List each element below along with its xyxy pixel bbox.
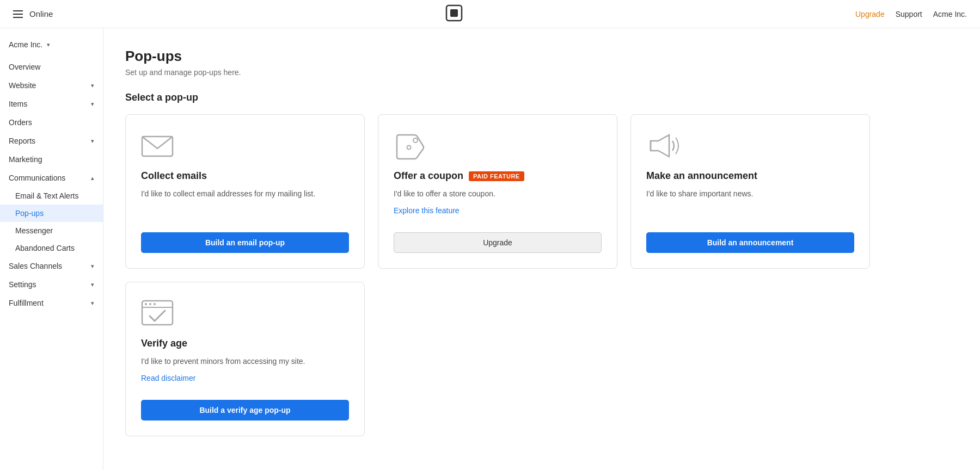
sidebar-item-items[interactable]: Items ▾ [0,95,103,113]
offer-coupon-description: I'd like to offer a store coupon. [394,188,602,200]
svg-marker-5 [651,135,669,157]
upgrade-coupon-button[interactable]: Upgrade [394,232,602,253]
sidebar-sub-item-messenger[interactable]: Messenger [0,222,103,239]
card-title-row: Make an announcement [646,170,854,182]
announcement-title: Make an announcement [646,170,757,182]
chevron-up-icon: ▴ [91,175,94,182]
sidebar-item-marketing[interactable]: Marketing [0,150,103,169]
email-icon [141,132,174,159]
offer-coupon-title: Offer a coupon [394,170,463,182]
sidebar-item-communications[interactable]: Communications ▴ [0,169,103,187]
sidebar-item-website[interactable]: Website ▾ [0,76,103,95]
build-verify-age-button[interactable]: Build a verify age pop-up [141,400,349,420]
chevron-down-icon: ▾ [91,101,94,108]
announcement-description: I'd like to share important news. [646,188,854,200]
top-nav-left: Online [13,9,53,18]
popup-cards-row: Collect emails I'd like to collect email… [125,114,958,269]
sidebar-item-overview[interactable]: Overview [0,58,103,76]
page-subtitle: Set up and manage pop-ups here. [125,68,958,77]
upgrade-link[interactable]: Upgrade [855,10,885,18]
collect-emails-title: Collect emails [141,170,207,182]
card-title-row: Collect emails [141,170,349,182]
explore-feature-link[interactable]: Explore this feature [394,206,602,215]
paid-badge: PAID FEATURE [469,171,524,181]
sidebar-item-orders[interactable]: Orders [0,113,103,132]
chevron-down-icon: ▾ [91,300,94,307]
sidebar-sub-item-email-text[interactable]: Email & Text Alerts [0,187,103,205]
announcement-icon [646,132,679,159]
layout: Acme Inc. ▾ Overview Website ▾ Items ▾ O… [0,28,980,470]
chevron-down-icon: ▾ [91,82,94,89]
verify-age-description: I'd like to prevent minors from accessin… [141,356,349,367]
svg-point-3 [413,138,418,143]
sidebar-item-reports[interactable]: Reports ▾ [0,132,103,150]
top-nav-brand: Online [29,9,53,18]
chevron-down-icon: ▾ [91,138,94,145]
svg-point-10 [149,303,151,305]
main-content: Pop-ups Set up and manage pop-ups here. … [103,28,980,470]
verify-age-row: Verify age I'd like to prevent minors fr… [125,282,958,436]
hamburger-icon[interactable] [13,10,23,18]
sidebar-sub-item-popups[interactable]: Pop-ups [0,205,103,222]
verify-age-icon [141,300,174,327]
verify-age-card: Verify age I'd like to prevent minors fr… [125,282,365,436]
svg-point-9 [145,303,147,305]
chevron-down-icon: ▾ [91,281,94,288]
verify-age-title-row: Verify age [141,338,349,349]
build-announcement-button[interactable]: Build an announcement [646,232,854,253]
store-selector[interactable]: Acme Inc. ▾ [0,35,103,58]
make-announcement-card: Make an announcement I'd like to share i… [630,114,870,269]
read-disclaimer-link[interactable]: Read disclaimer [141,374,349,382]
sidebar-item-fulfillment[interactable]: Fulfillment ▾ [0,294,103,312]
support-link[interactable]: Support [896,10,922,18]
section-title: Select a pop-up [125,92,958,103]
collect-emails-description: I'd like to collect email addresses for … [141,188,349,200]
sidebar-item-settings[interactable]: Settings ▾ [0,275,103,294]
build-email-popup-button[interactable]: Build an email pop-up [141,232,349,253]
sidebar: Acme Inc. ▾ Overview Website ▾ Items ▾ O… [0,28,103,470]
verify-age-title: Verify age [141,338,187,349]
svg-rect-1 [450,9,458,17]
offer-coupon-card: Offer a coupon PAID FEATURE I'd like to … [378,114,617,269]
account-menu[interactable]: Acme Inc. [933,10,967,18]
sidebar-item-sales-channels[interactable]: Sales Channels ▾ [0,257,103,275]
collect-emails-card: Collect emails I'd like to collect email… [125,114,365,269]
chevron-down-icon: ▾ [91,263,94,270]
svg-point-4 [407,146,411,150]
store-selector-chevron: ▾ [47,41,50,48]
coupon-icon [394,132,426,159]
top-nav: Online Upgrade Support Acme Inc. [0,0,980,28]
top-nav-right: Upgrade Support Acme Inc. [855,10,967,18]
page-title: Pop-ups [125,48,958,65]
card-title-row: Offer a coupon PAID FEATURE [394,170,602,182]
svg-point-11 [154,303,156,305]
store-name: Acme Inc. [9,40,42,49]
sidebar-sub-item-abandoned-carts[interactable]: Abandoned Carts [0,239,103,257]
top-nav-logo [446,5,462,23]
